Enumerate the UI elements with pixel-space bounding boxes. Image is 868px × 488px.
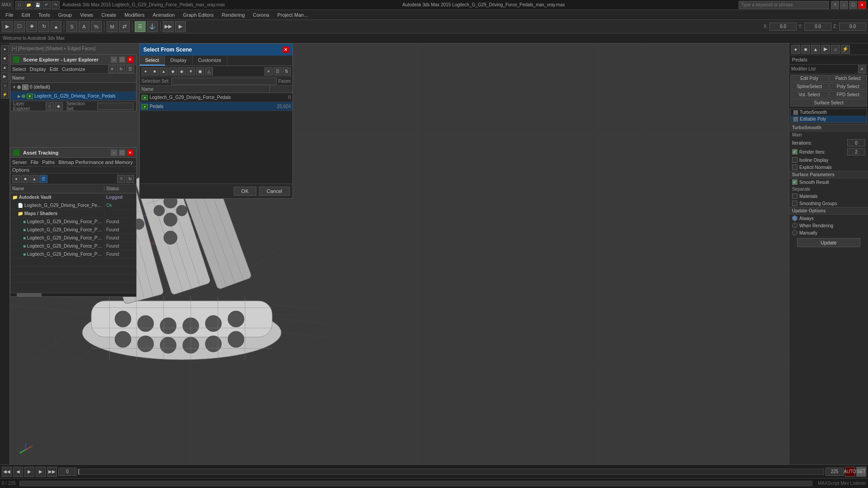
menu-corona[interactable]: Corona <box>249 11 273 19</box>
se-menu-select[interactable]: Select <box>12 66 26 72</box>
sfs-cancel-btn[interactable]: Cancel <box>259 187 290 196</box>
layer-manager[interactable]: ☰ <box>135 21 146 32</box>
se-options-btn[interactable]: ☰ <box>126 65 134 73</box>
undo-btn[interactable]: ↶ <box>42 1 51 9</box>
scene-explorer-minimize[interactable]: – <box>111 56 117 63</box>
coord-x-input[interactable] <box>769 23 797 31</box>
rp-iterations-input[interactable] <box>847 139 865 146</box>
scene-explorer-btn[interactable]: ⚓ <box>147 21 158 32</box>
sfs-tool2[interactable]: ■ <box>151 67 159 75</box>
anim-next-frame[interactable]: ▶ <box>36 467 46 477</box>
mirror-tool[interactable]: M <box>107 21 118 32</box>
viewport[interactable]: [+] [Perspective] [Shaded + Edged Faces]… <box>10 43 789 465</box>
menu-animation[interactable]: Animation <box>149 11 179 19</box>
quick-render[interactable]: ▶ <box>175 21 186 32</box>
at-close[interactable]: ✕ <box>127 150 133 156</box>
sfs-close[interactable]: ✕ <box>283 47 289 53</box>
rp-smoothing-checkbox[interactable] <box>792 201 797 206</box>
menu-modifiers[interactable]: Modifiers <box>121 11 148 19</box>
rp-modifier-close[interactable]: ✕ <box>858 65 866 73</box>
se-layer-default[interactable]: ▼ L 0 (default) <box>10 83 136 92</box>
minimize-btn[interactable]: – <box>840 1 848 9</box>
sfs-sort-btn[interactable]: ⇅ <box>283 67 291 75</box>
snap-tool[interactable]: S <box>66 21 77 32</box>
rp-icon2[interactable]: ■ <box>801 45 810 54</box>
sfs-tab-display[interactable]: Display <box>165 56 193 66</box>
rp-whenrendering-radio[interactable] <box>792 223 797 228</box>
se-bottom-btn1[interactable]: ○ <box>46 102 54 110</box>
close-btn[interactable]: ✕ <box>858 1 866 9</box>
menu-group[interactable]: Group <box>54 11 75 19</box>
at-scrollbar[interactable] <box>10 293 136 296</box>
rp-icon1[interactable]: ● <box>791 45 800 54</box>
sfs-sel-set-input[interactable] <box>171 78 277 85</box>
se-menu-display[interactable]: Display <box>30 66 46 72</box>
anim-play[interactable]: ▶ <box>24 467 34 477</box>
at-minimize[interactable]: – <box>111 150 117 156</box>
render-btn[interactable]: ▶▶ <box>163 21 174 32</box>
scale-tool[interactable]: ▲ <box>51 21 61 32</box>
utilities-btn[interactable]: ⚡ <box>1 90 9 99</box>
sfs-tool5[interactable]: ◉ <box>178 67 186 75</box>
auto-key-btn[interactable]: AUTO <box>845 467 855 477</box>
at-row-dif[interactable]: ■ Logitech_G_G29_Driving_Force_Pedals_Di… <box>10 218 136 226</box>
at-menu-bitmap[interactable]: Bitmap Performance and Memory <box>58 160 132 165</box>
rp-icon3[interactable]: ▲ <box>811 45 820 54</box>
scene-explorer-maximize[interactable]: ☐ <box>119 56 125 63</box>
at-menu-server[interactable]: Server <box>12 160 27 165</box>
at-tool2[interactable]: ■ <box>21 175 29 183</box>
anim-go-start[interactable]: ◀◀ <box>2 467 12 477</box>
sfs-row-main[interactable]: ● Logitech_G_G29_Driving_Force_Pedals 0 <box>140 93 292 102</box>
anim-slider[interactable] <box>78 469 824 475</box>
open-btn[interactable]: 📁 <box>24 1 33 9</box>
asset-tracking-titlebar[interactable]: Asset Tracking – ☐ ✕ <box>10 148 136 158</box>
angle-snap[interactable]: A <box>79 21 90 32</box>
menu-create[interactable]: Create <box>98 11 120 19</box>
align-tool[interactable]: ⇄ <box>119 21 130 32</box>
menu-tools[interactable]: Tools <box>35 11 54 19</box>
rp-update-btn[interactable]: Update <box>797 238 860 247</box>
create-btn[interactable]: ● <box>1 45 9 53</box>
coord-y-input[interactable] <box>804 23 831 31</box>
at-row-mainfile[interactable]: 📄 Logitech_G_G29_Driving_Force_Pedals_ma… <box>10 202 136 210</box>
scene-explorer-close[interactable]: ✕ <box>127 56 133 63</box>
at-maximize[interactable]: ☐ <box>119 150 125 156</box>
at-row-gl[interactable]: ■ Logitech_G_G29_Driving_Force_Pedals_Gl… <box>10 234 136 242</box>
at-menu-options[interactable]: Options <box>12 167 29 173</box>
motion-btn[interactable]: ▶ <box>1 72 9 80</box>
at-scrollbar-thumb[interactable] <box>17 293 42 296</box>
sfs-option-btn[interactable]: ☰ <box>274 67 282 75</box>
rp-modifier-turbosmooth[interactable]: ☐ TurboSmooth <box>791 109 867 116</box>
at-tool1[interactable]: ● <box>12 175 20 183</box>
rp-explicit-checkbox[interactable] <box>792 164 797 170</box>
rotate-tool[interactable]: ↻ <box>38 21 49 32</box>
at-row-fre[interactable]: ■ Logitech_G_G29_Driving_Force_Pedals_Fr… <box>10 226 136 234</box>
at-menu-file[interactable]: File <box>30 160 38 165</box>
anim-frame-input[interactable] <box>58 468 76 476</box>
rp-icon5[interactable]: ☼ <box>831 45 840 54</box>
anim-go-end[interactable]: ▶▶ <box>47 467 57 477</box>
move-tool[interactable]: ✚ <box>26 21 37 32</box>
maximize-btn[interactable]: ☐ <box>849 1 857 9</box>
at-tool3[interactable]: ▲ <box>30 175 38 183</box>
rp-btn-edit-poly[interactable]: Edit Poly <box>790 75 829 82</box>
sfs-tool6[interactable]: ▼ <box>187 67 195 75</box>
rp-icon6[interactable]: ⚡ <box>841 45 850 54</box>
modify-btn[interactable]: ■ <box>1 54 9 62</box>
display-btn[interactable]: ☼ <box>1 81 9 89</box>
sfs-close-btn[interactable]: ✕ <box>264 67 273 75</box>
set-key-btn[interactable]: SET <box>856 467 866 477</box>
menu-file[interactable]: File <box>2 11 17 19</box>
rp-smooth-checkbox[interactable]: ✓ <box>792 179 797 185</box>
se-bottom-btn2[interactable]: ◆ <box>55 102 63 110</box>
sfs-tab-select[interactable]: Select <box>140 56 165 66</box>
se-obj-pedals[interactable]: ▶ ● Logitech_G_G29_Driving_Force_Pedals <box>10 92 136 101</box>
rp-materials-checkbox[interactable] <box>792 193 797 199</box>
rp-manually-radio[interactable] <box>792 230 797 235</box>
redo-btn[interactable]: ↷ <box>52 1 60 9</box>
anim-end-frame[interactable] <box>826 468 844 476</box>
at-row-maps[interactable]: 📁 Maps / Shaders <box>10 210 136 218</box>
rp-btn-fpd-select[interactable]: FPD Select <box>829 91 868 99</box>
select-tool[interactable]: ▶ <box>2 21 13 32</box>
menu-rendering[interactable]: Rendering <box>218 11 249 19</box>
